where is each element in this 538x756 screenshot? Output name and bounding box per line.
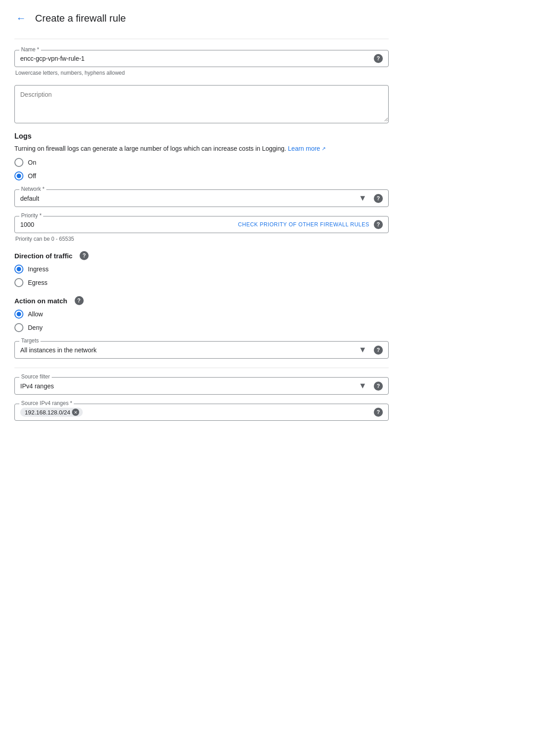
targets-dropdown-arrow-icon: ▼ <box>359 345 367 355</box>
network-dropdown-row: default ▼ ? <box>20 194 383 203</box>
ingress-radio-inner <box>17 267 21 271</box>
source-filter-label: Source filter <box>19 374 52 380</box>
egress-label: Egress <box>28 279 48 286</box>
direction-help-icon[interactable]: ? <box>80 251 89 260</box>
direction-section: Direction of traffic ? Ingress Egress <box>14 251 389 287</box>
check-priority-link[interactable]: CHECK PRIORITY OF OTHER FIREWALL RULES <box>238 221 369 228</box>
priority-input[interactable] <box>20 221 56 228</box>
action-title: Action on match <box>14 297 67 305</box>
action-help-icon[interactable]: ? <box>75 296 84 305</box>
targets-label: Targets <box>19 338 40 344</box>
priority-label: Priority * <box>19 212 43 219</box>
ingress-radio[interactable] <box>14 265 23 274</box>
learn-more-label: Learn more <box>288 144 320 153</box>
network-label: Network * <box>19 186 46 192</box>
targets-dropdown-row: All instances in the network ▼ ? <box>20 345 383 355</box>
source-ipv4-label: Source IPv4 ranges * <box>19 400 74 406</box>
chips-area: 192.168.128.0/24 ✕ <box>20 408 370 417</box>
priority-help-icon[interactable]: ? <box>374 220 383 229</box>
priority-row: CHECK PRIORITY OF OTHER FIREWALL RULES ? <box>20 220 383 229</box>
source-filter-field-wrapper: Source filter IPv4 ranges ▼ ? <box>14 377 389 395</box>
source-filter-value: IPv4 ranges <box>20 382 359 390</box>
source-filter-help-icon[interactable]: ? <box>374 382 383 391</box>
ingress-label: Ingress <box>28 266 49 273</box>
source-ipv4-section: Source IPv4 ranges * 192.168.128.0/24 ✕ … <box>14 404 389 421</box>
name-field-wrapper: Name * ? <box>14 50 389 67</box>
logs-off-radio[interactable] <box>14 171 23 180</box>
network-dropdown-arrow-icon: ▼ <box>359 194 367 203</box>
network-value: default <box>20 195 359 202</box>
name-help-icon[interactable]: ? <box>374 54 383 63</box>
egress-option[interactable]: Egress <box>14 278 389 287</box>
priority-field-wrapper: Priority * CHECK PRIORITY OF OTHER FIREW… <box>14 216 389 233</box>
allow-radio-inner <box>17 312 21 316</box>
priority-section: Priority * CHECK PRIORITY OF OTHER FIREW… <box>14 216 389 242</box>
logs-description: Turning on firewall logs can generate a … <box>14 144 389 153</box>
logs-off-option[interactable]: Off <box>14 171 389 180</box>
allow-radio[interactable] <box>14 310 23 319</box>
ip-range-chip-close[interactable]: ✕ <box>72 409 79 416</box>
logs-section: Logs Turning on firewall logs can genera… <box>14 132 389 180</box>
back-arrow-icon: ← <box>16 13 26 24</box>
header: ← Create a firewall rule <box>14 11 389 26</box>
source-filter-section: Source filter IPv4 ranges ▼ ? <box>14 377 389 395</box>
targets-field-wrapper: Targets All instances in the network ▼ ? <box>14 341 389 359</box>
allow-label: Allow <box>28 310 43 318</box>
section-divider-1 <box>14 368 389 368</box>
logs-title: Logs <box>14 132 389 140</box>
targets-help-icon[interactable]: ? <box>374 346 383 355</box>
header-divider <box>14 39 389 39</box>
source-filter-dropdown-row: IPv4 ranges ▼ ? <box>20 381 383 391</box>
name-input[interactable] <box>20 55 370 62</box>
network-section: Network * default ▼ ? <box>14 189 389 207</box>
name-section: Name * ? Lowercase letters, numbers, hyp… <box>14 50 389 76</box>
ingress-option[interactable]: Ingress <box>14 265 389 274</box>
targets-value: All instances in the network <box>20 346 359 354</box>
network-field-wrapper: Network * default ▼ ? <box>14 189 389 207</box>
source-ipv4-help-icon[interactable]: ? <box>374 408 383 417</box>
logs-on-label: On <box>28 159 36 166</box>
egress-radio[interactable] <box>14 278 23 287</box>
deny-option[interactable]: Deny <box>14 323 389 332</box>
direction-header-row: Direction of traffic ? <box>14 251 389 260</box>
logs-on-option[interactable]: On <box>14 158 389 167</box>
action-radio-group: Allow Deny <box>14 310 389 332</box>
logs-off-label: Off <box>28 172 36 180</box>
back-button[interactable]: ← <box>14 11 28 26</box>
logs-on-radio[interactable] <box>14 158 23 167</box>
network-help-icon[interactable]: ? <box>374 194 383 203</box>
external-link-icon: ↗ <box>322 145 326 153</box>
deny-label: Deny <box>28 324 43 331</box>
source-ipv4-field-wrapper: Source IPv4 ranges * 192.168.128.0/24 ✕ … <box>14 404 389 421</box>
source-ipv4-input-row: 192.168.128.0/24 ✕ ? <box>20 408 383 417</box>
name-hint: Lowercase letters, numbers, hyphens allo… <box>15 70 389 76</box>
ip-range-chip-label: 192.168.128.0/24 <box>25 409 70 416</box>
source-filter-arrow-icon: ▼ <box>359 381 367 391</box>
action-section: Action on match ? Allow Deny <box>14 296 389 332</box>
allow-option[interactable]: Allow <box>14 310 389 319</box>
description-input[interactable] <box>15 86 388 122</box>
targets-section: Targets All instances in the network ▼ ? <box>14 341 389 359</box>
logs-radio-group: On Off <box>14 158 389 180</box>
ip-range-chip: 192.168.128.0/24 ✕ <box>20 408 83 417</box>
direction-title: Direction of traffic <box>14 252 72 260</box>
name-input-row: ? <box>20 54 383 63</box>
page-container: ← Create a firewall rule Name * ? Lowerc… <box>0 0 403 441</box>
priority-hint: Priority can be 0 - 65535 <box>15 236 389 242</box>
action-header-row: Action on match ? <box>14 296 389 305</box>
name-label: Name * <box>19 46 41 53</box>
description-field-wrapper <box>14 85 389 123</box>
direction-radio-group: Ingress Egress <box>14 265 389 287</box>
logs-off-radio-inner <box>17 174 21 178</box>
page-title: Create a firewall rule <box>35 13 126 24</box>
learn-more-link[interactable]: Learn more ↗ <box>288 144 326 153</box>
deny-radio[interactable] <box>14 323 23 332</box>
